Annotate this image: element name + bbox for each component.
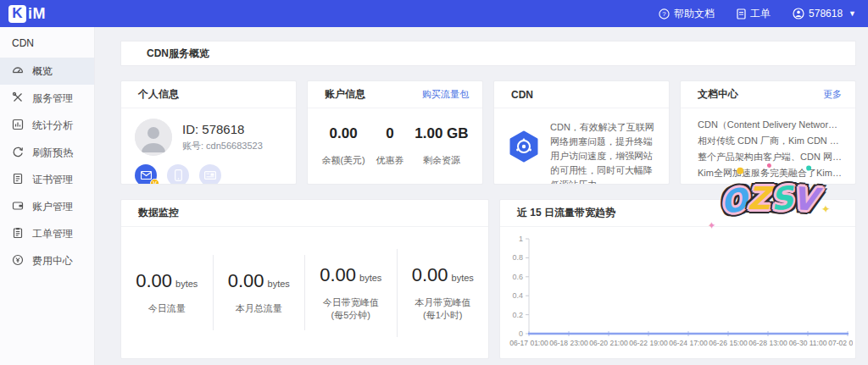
data-monitor-card: 数据监控 0.00bytes 今日流量 0.00bytes 本月总流量 0.00… [120,199,489,359]
month-bandwidth-peak-value: 0.00 [412,264,448,285]
doc-link-item[interactable]: 相对传统 CDN 厂商，Kim CDN 服务完全实现全自... [698,133,842,149]
svg-text:06-18 23:00: 06-18 23:00 [549,339,588,347]
chevron-down-icon: ▼ [849,9,856,18]
sidebar-item-overview[interactable]: 概览 [0,58,94,85]
doc-link-item[interactable]: 整个产品架构由客户端、CDN 网络、企业源站、... [698,149,842,165]
month-bandwidth-peak-label: 本月带宽峰值 [398,296,489,309]
clipboard-icon [12,227,24,241]
bar-chart-icon [12,119,24,133]
svg-text:06-17 01:00: 06-17 01:00 [509,339,548,347]
today-bandwidth-peak-label: 今日带宽峰值 [305,296,397,309]
svg-text:06-28 13:00: 06-28 13:00 [748,339,787,347]
sidebar-group-title: CDN [0,27,94,58]
today-traffic-value: 0.00 [136,270,172,291]
page-title: CDN服务概览 [120,41,856,66]
chart-card-title: 近 15 日流量带宽趋势 [517,206,615,220]
sidebar-item-refresh-prewarm[interactable]: 刷新预热 [0,139,94,166]
today-traffic-stat: 0.00bytes 今日流量 [121,255,214,330]
refresh-icon [12,146,24,160]
month-bandwidth-peak-stat: 0.00bytes 本月带宽峰值 (每1小时) [398,249,489,337]
kim-logo[interactable]: K iM [8,5,46,23]
svg-text:0: 0 [519,329,523,338]
svg-text:06-20 21:00: 06-20 21:00 [589,339,628,347]
sidebar-item-account-mgmt[interactable]: 账户管理 [0,193,94,220]
stat-sublabel: (每1小时) [398,309,489,322]
unit-label: bytes [175,279,198,289]
balance-stat: 0.00 余额(美元) [321,125,364,167]
logo-text: iM [28,5,46,23]
account-card: 账户信息 购买流量包 0.00 余额(美元) 0 优惠券 1.00 GB 剩余资… [307,80,483,185]
ticket-icon [737,8,746,19]
coupon-label: 优惠券 [376,154,404,167]
phone-verify-icon[interactable] [167,164,189,185]
cdn-hexagon-icon [508,130,540,185]
sidebar-item-label: 统计分析 [32,119,73,133]
sidebar-item-ticket-mgmt[interactable]: 工单管理 [0,220,94,247]
logo-k-mark: K [8,5,26,23]
docs-card: 文档中心 更多 CDN（Content Delivery Network），也即… [680,80,856,185]
help-icon: ? [659,8,670,19]
top-header: K iM ? 帮助文档 工单 578618 ▼ [0,0,868,27]
coupon-stat: 0 优惠券 [376,125,404,167]
today-bandwidth-peak-stat: 0.00bytes 今日带宽峰值 (每5分钟) [305,249,398,337]
email-verified-icon[interactable]: V [135,164,157,185]
buy-traffic-pack-link[interactable]: 购买流量包 [422,88,469,101]
month-traffic-label: 本月总流量 [214,302,305,315]
traffic-trend-chart-card: 近 15 日流量带宽趋势 00.20.40.60.8106-17 01:0006… [499,199,856,359]
svg-text:06-30 11:00: 06-30 11:00 [789,339,827,347]
monitor-card-title: 数据监控 [138,206,179,220]
remaining-resource-value: 1.00 GB [415,125,468,142]
svg-text:?: ? [662,10,666,18]
month-traffic-stat: 0.00bytes 本月总流量 [214,255,306,330]
account-card-title: 账户信息 [325,87,365,102]
main-content: CDN服务概览 个人信息 ID: 578618 账号: cdn56683523 [95,27,868,365]
cdn-card: CDN CDN，有效解决了互联网网络拥塞问题，提升终端用户访问速度，增强网站的可… [493,80,670,185]
svg-text:06-22 19:00: 06-22 19:00 [629,339,668,347]
svg-text:07-02 09:00: 07-02 09:00 [828,339,853,347]
traffic-bandwidth-line-chart: 00.20.40.60.8106-17 01:0006-18 23:0006-2… [504,230,853,357]
sidebar: CDN 概览 服务管理 统计分析 刷新预热 [0,27,95,365]
doc-link-item[interactable]: CDN（Content Delivery Network），也即内容分发... [698,117,842,133]
cdn-description: CDN，有效解决了互联网网络拥塞问题，提升终端用户访问速度，增强网站的可用性，同… [550,120,657,185]
svg-text:1: 1 [519,235,523,243]
sidebar-item-label: 工单管理 [32,227,73,241]
wallet-icon [12,200,24,214]
user-id-text: ID: 578618 [182,122,263,136]
month-traffic-value: 0.00 [228,270,264,291]
unit-label: bytes [268,279,290,289]
help-docs-label: 帮助文档 [674,7,715,21]
verified-badge-icon: V [150,179,159,185]
ticket-button[interactable]: 工单 [737,7,771,21]
today-bandwidth-peak-value: 0.00 [320,264,356,285]
avatar [135,119,172,156]
svg-text:0.6: 0.6 [512,273,523,281]
svg-text:0.8: 0.8 [512,253,523,262]
tools-icon [12,91,24,106]
unit-label: bytes [359,273,381,283]
sidebar-item-label: 费用中心 [32,254,73,268]
idcard-verify-icon[interactable] [199,164,221,185]
certificate-icon [12,173,24,187]
sidebar-item-label: 概览 [32,64,53,79]
sidebar-item-label: 刷新预热 [32,146,73,160]
svg-text:06-24 17:00: 06-24 17:00 [669,339,708,347]
gauge-icon [12,64,24,79]
sidebar-item-service-mgmt[interactable]: 服务管理 [0,85,94,112]
help-docs-button[interactable]: ? 帮助文档 [659,7,715,21]
stat-sublabel: (每5分钟) [305,309,397,322]
sidebar-item-statistics[interactable]: 统计分析 [0,112,94,139]
sidebar-item-label: 服务管理 [32,91,73,106]
balance-label: 余额(美元) [321,154,364,167]
cdn-card-title: CDN [511,89,533,101]
today-traffic-label: 今日流量 [121,302,213,315]
more-docs-link[interactable]: 更多 [823,88,842,101]
user-menu[interactable]: 578618 ▼ [793,8,856,19]
user-icon [793,8,804,19]
sidebar-item-certificate-mgmt[interactable]: 证书管理 [0,166,94,193]
profile-card: 个人信息 ID: 578618 账号: cdn56683523 [120,80,297,185]
ticket-label: 工单 [750,7,771,21]
doc-link-item[interactable]: Kim全网加速服务完美融合了Kim对象存储和 CDN ... [698,165,842,181]
coupon-value: 0 [376,125,404,142]
sidebar-item-label: 账户管理 [32,200,73,214]
sidebar-item-billing-center[interactable]: 费用中心 [0,247,94,274]
